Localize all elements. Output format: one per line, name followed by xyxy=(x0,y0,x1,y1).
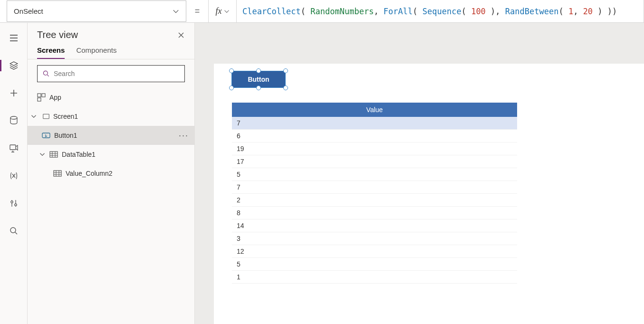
more-icon[interactable]: ··· xyxy=(179,131,189,141)
formula-token: RandBetween xyxy=(505,7,559,16)
table-row[interactable]: 8 xyxy=(232,207,517,219)
fx-button[interactable]: fx xyxy=(208,0,237,22)
equals-label: = xyxy=(186,0,208,22)
main-area: Tree view Screens Components App xyxy=(0,23,644,324)
tree-item-label: Button1 xyxy=(54,132,175,139)
formula-input[interactable]: ClearCollect( RandomNumbers, ForAll( Seq… xyxy=(237,0,644,22)
table-row[interactable]: 7 xyxy=(232,181,517,194)
chevron-down-icon xyxy=(173,8,179,15)
resize-handle[interactable] xyxy=(256,86,261,90)
table-header[interactable]: Value xyxy=(232,103,517,117)
table-row[interactable]: 6 xyxy=(232,130,517,143)
tab-screens[interactable]: Screens xyxy=(37,46,65,59)
table-row[interactable]: 1 xyxy=(232,271,517,284)
left-rail xyxy=(0,23,28,324)
search-field[interactable] xyxy=(54,70,180,77)
table-row[interactable]: 19 xyxy=(232,143,517,155)
resize-handle[interactable] xyxy=(256,68,261,73)
tree-item-label: DataTable1 xyxy=(62,151,189,158)
formula-token: ), xyxy=(486,7,505,16)
svg-rect-10 xyxy=(42,133,50,138)
artboard[interactable]: Button Value 76191757281431251 xyxy=(214,64,644,324)
search-rail-button[interactable] xyxy=(4,221,23,240)
tree-item-datatable1[interactable]: DataTable1 xyxy=(28,145,194,164)
resize-handle[interactable] xyxy=(229,68,234,73)
svg-rect-7 xyxy=(42,94,45,97)
table-row[interactable]: 3 xyxy=(232,232,517,245)
formula-token: RandomNumbers xyxy=(310,7,374,16)
tree-item-button1[interactable]: Button1 ··· xyxy=(28,126,194,145)
formula-token: ( xyxy=(461,7,471,16)
svg-rect-9 xyxy=(43,114,49,118)
search-input[interactable] xyxy=(37,65,185,82)
resize-handle[interactable] xyxy=(283,68,288,73)
treeview-rail-button[interactable] xyxy=(4,56,23,75)
treeview-tabs: Screens Components xyxy=(28,42,194,59)
table-icon xyxy=(49,150,58,159)
variables-rail-button[interactable] xyxy=(4,166,23,185)
hamburger-icon[interactable] xyxy=(4,29,23,48)
tree-item-label: Value_Column2 xyxy=(66,170,189,177)
property-selector-value: OnSelect xyxy=(14,7,43,15)
fx-icon: fx xyxy=(216,6,222,16)
chevron-down-icon xyxy=(224,9,230,14)
close-icon[interactable] xyxy=(177,31,185,39)
canvas-button-label: Button xyxy=(248,76,269,83)
svg-rect-8 xyxy=(38,98,41,101)
screen-icon xyxy=(41,112,49,121)
canvas: Button Value 76191757281431251 xyxy=(195,23,644,324)
property-selector[interactable]: OnSelect xyxy=(7,0,186,22)
formula-token: ForAll xyxy=(384,7,413,16)
svg-rect-1 xyxy=(10,145,16,150)
data-rail-button[interactable] xyxy=(4,111,23,130)
chevron-down-icon[interactable] xyxy=(30,113,37,120)
tree-item-app[interactable]: App xyxy=(28,88,194,107)
app-icon xyxy=(37,93,46,102)
search-icon xyxy=(42,70,50,77)
tree: App Screen1 Button1 ··· xyxy=(28,88,194,324)
formula-token: 100 xyxy=(471,7,486,16)
svg-point-5 xyxy=(43,71,48,75)
tree-item-screen1[interactable]: Screen1 xyxy=(28,107,194,126)
formula-token: Sequence xyxy=(423,7,461,16)
canvas-data-table[interactable]: Value 76191757281431251 xyxy=(232,103,517,284)
table-row[interactable]: 5 xyxy=(232,168,517,181)
formula-token: , xyxy=(374,7,383,16)
formula-token: ClearCollect xyxy=(242,7,301,16)
svg-point-3 xyxy=(14,204,16,206)
formula-token: ( xyxy=(413,7,422,16)
table-row[interactable]: 5 xyxy=(232,258,517,271)
formula-token: ( xyxy=(558,7,568,16)
resize-handle[interactable] xyxy=(229,86,234,90)
tree-item-valuecolumn[interactable]: Value_Column2 xyxy=(28,164,194,183)
svg-rect-6 xyxy=(38,94,41,97)
settings-rail-button[interactable] xyxy=(4,194,23,213)
svg-point-4 xyxy=(10,228,16,233)
table-row[interactable]: 7 xyxy=(232,117,517,130)
chevron-down-icon[interactable] xyxy=(39,151,46,158)
svg-point-2 xyxy=(10,201,12,203)
tree-item-label: Screen1 xyxy=(53,113,189,120)
formula-token: ( xyxy=(301,7,310,16)
table-row[interactable]: 12 xyxy=(232,245,517,258)
tree-item-label: App xyxy=(49,94,189,101)
canvas-button-control[interactable]: Button xyxy=(232,71,285,87)
table-icon xyxy=(53,169,62,178)
resize-handle[interactable] xyxy=(283,86,288,90)
media-rail-button[interactable] xyxy=(4,139,23,158)
tree-view-panel: Tree view Screens Components App xyxy=(28,23,195,324)
table-row[interactable]: 17 xyxy=(232,155,517,168)
tab-components[interactable]: Components xyxy=(76,46,116,59)
svg-rect-11 xyxy=(50,152,58,157)
insert-rail-button[interactable] xyxy=(4,84,23,103)
formula-token: , xyxy=(573,7,583,16)
formula-bar: OnSelect = fx ClearCollect( RandomNumber… xyxy=(0,0,644,23)
table-row[interactable]: 2 xyxy=(232,194,517,207)
formula-token: 20 xyxy=(583,7,593,16)
table-row[interactable]: 14 xyxy=(232,219,517,232)
svg-rect-12 xyxy=(54,171,61,176)
svg-point-0 xyxy=(10,116,17,119)
button-icon xyxy=(42,131,50,140)
formula-token: 1 xyxy=(568,7,573,16)
formula-token: ) )) xyxy=(593,7,617,16)
